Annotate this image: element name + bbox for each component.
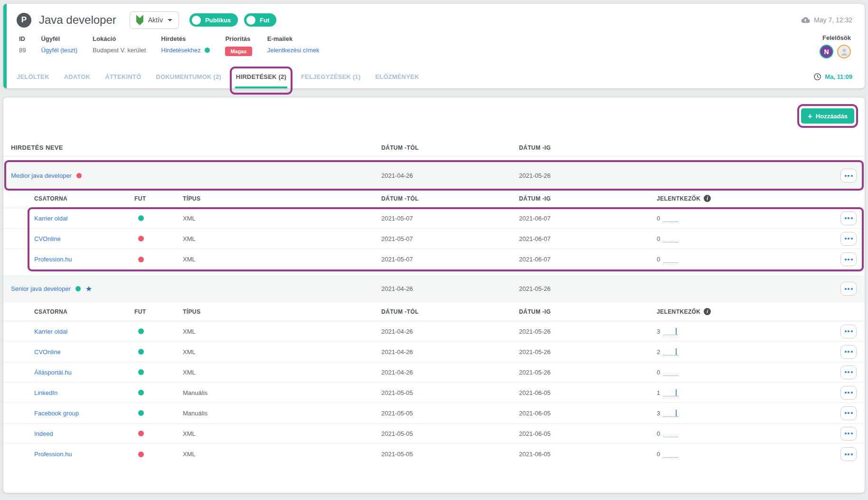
avatar[interactable] bbox=[837, 45, 851, 58]
channel-date-from: 2021-04-26 bbox=[381, 348, 519, 356]
info-icon[interactable]: i bbox=[704, 195, 711, 202]
channel-date-to: 2021-06-07 bbox=[519, 256, 657, 263]
applicants-sparkline bbox=[663, 369, 678, 376]
info-value: Hirdetésekhez bbox=[161, 47, 210, 54]
applicants-cell: 0 bbox=[657, 235, 832, 242]
more-dot bbox=[851, 217, 853, 219]
tab-el-zm-nyek[interactable]: ELŐZMÉNYEK bbox=[375, 65, 419, 88]
ad-section: Medior java developer2021-04-262021-05-2… bbox=[3, 162, 865, 269]
tab-feljegyz-sek-1-[interactable]: FELJEGYZÉSEK (1) bbox=[301, 65, 360, 88]
channel-name-cell: Állásportál.hu bbox=[34, 369, 131, 376]
accent-bar bbox=[3, 4, 7, 88]
applicants-sparkline bbox=[663, 389, 678, 396]
more-actions-button[interactable] bbox=[840, 427, 857, 441]
channel-link[interactable]: CVOnline bbox=[34, 235, 61, 242]
tab-adatok[interactable]: ADATOK bbox=[64, 65, 91, 88]
ad-name-link[interactable]: Medior java developer bbox=[11, 172, 72, 179]
more-actions-button[interactable] bbox=[840, 282, 857, 296]
info-icon[interactable]: i bbox=[704, 308, 711, 315]
status-dot-green bbox=[138, 369, 144, 375]
more-dot bbox=[845, 453, 847, 455]
info-link[interactable]: Ügyfél (teszt) bbox=[41, 47, 77, 54]
more-actions-button[interactable] bbox=[840, 325, 857, 338]
channel-name-cell: LinkedIn bbox=[34, 389, 131, 396]
channel-link[interactable]: Karrier oldal bbox=[34, 215, 67, 222]
applicants-cell: 2 bbox=[657, 348, 832, 356]
add-button[interactable]: + Hozzáadás bbox=[801, 108, 854, 124]
channel-running-cell bbox=[131, 410, 183, 416]
status-dot-red bbox=[138, 236, 144, 241]
more-actions-button[interactable] bbox=[840, 232, 857, 246]
avatar[interactable]: N bbox=[820, 45, 833, 58]
ad-section: Senior java developer★2021-04-262021-05-… bbox=[3, 275, 865, 464]
tab-jel-ltek[interactable]: JELÖLTEK bbox=[17, 65, 49, 88]
toggle-fut[interactable]: Fut bbox=[244, 13, 276, 27]
info-link[interactable]: Jelentkezési címek bbox=[267, 47, 320, 54]
tab-hirdet-sek-2-[interactable]: HIRDETÉSEK (2) bbox=[236, 65, 286, 88]
tab--ttekint-[interactable]: ÁTTEKINTŐ bbox=[105, 65, 141, 88]
ads-table: HIRDETÉS NEVE DÁTUM -TÓL DÁTUM -IG Medio… bbox=[3, 139, 865, 464]
status-dot-green bbox=[205, 48, 210, 53]
channel-running-cell bbox=[131, 257, 183, 262]
channel-link[interactable]: Indeed bbox=[34, 430, 53, 437]
channels-header: CSATORNAFUTTÍPUSDÁTUM -TÓLDÁTUM -IGJELEN… bbox=[3, 189, 865, 208]
applicants-count: 2 bbox=[657, 348, 660, 356]
col-header-applicants: JELENTKEZŐKi bbox=[657, 308, 832, 315]
more-actions-button[interactable] bbox=[840, 212, 857, 225]
info-text: 89 bbox=[19, 47, 26, 54]
channel-link[interactable]: Profession.hu bbox=[34, 451, 72, 458]
toggle-publikus[interactable]: Publikus bbox=[189, 13, 238, 27]
saved-timestamp: May 7, 12:32 bbox=[801, 16, 852, 24]
tab-dokumentumok-2-[interactable]: DOKUMENTUMOK (2) bbox=[156, 65, 221, 88]
channel-date-from: 2021-05-07 bbox=[381, 256, 519, 263]
more-actions-button[interactable] bbox=[840, 252, 857, 266]
ad-name-link[interactable]: Senior java developer bbox=[11, 285, 71, 292]
channel-type: XML bbox=[183, 215, 381, 222]
channel-link[interactable]: CVOnline bbox=[34, 348, 61, 356]
more-actions-button[interactable] bbox=[840, 169, 857, 183]
more-dot bbox=[848, 259, 849, 260]
star-icon: ★ bbox=[85, 285, 92, 293]
priority-badge: Magas bbox=[225, 47, 252, 56]
more-dot bbox=[848, 288, 849, 290]
channel-link[interactable]: Állásportál.hu bbox=[34, 369, 72, 376]
status-dropdown[interactable]: Aktív bbox=[130, 11, 179, 29]
channel-date-to: 2021-06-05 bbox=[519, 410, 657, 417]
channel-type: XML bbox=[183, 369, 381, 376]
channel-link[interactable]: Profession.hu bbox=[34, 256, 72, 263]
more-dot bbox=[848, 238, 849, 240]
channel-link[interactable]: LinkedIn bbox=[34, 389, 57, 396]
channel-link[interactable]: Karrier oldal bbox=[34, 328, 67, 335]
title-row: P Java developer Aktív Publikus Fut May … bbox=[17, 10, 852, 29]
more-dot bbox=[845, 433, 847, 434]
more-actions-button[interactable] bbox=[840, 406, 857, 420]
ad-name-cell: Senior java developer★ bbox=[3, 285, 381, 293]
more-actions-button[interactable] bbox=[840, 365, 857, 379]
col-header-to: DÁTUM -IG bbox=[519, 308, 657, 315]
channel-row: Karrier oldalXML2021-04-262021-05-263 bbox=[3, 321, 865, 342]
more-actions-button[interactable] bbox=[840, 447, 857, 461]
info-link[interactable]: Hirdetésekhez bbox=[161, 47, 200, 54]
col-header-from: DÁTUM -TÓL bbox=[381, 144, 519, 151]
col-header-from: DÁTUM -TÓL bbox=[381, 195, 519, 202]
channel-name-cell: Indeed bbox=[34, 430, 131, 437]
more-dot bbox=[845, 175, 847, 177]
channel-link[interactable]: Facebook group bbox=[34, 410, 79, 417]
info-label: Prioritás bbox=[225, 35, 252, 42]
col-header-from: DÁTUM -TÓL bbox=[381, 308, 519, 315]
channel-running-cell bbox=[131, 369, 183, 375]
more-actions-button[interactable] bbox=[840, 345, 857, 359]
channel-name-cell: CVOnline bbox=[34, 235, 131, 242]
more-actions-button[interactable] bbox=[840, 386, 857, 400]
col-header-to: DÁTUM -IG bbox=[519, 144, 657, 151]
info-label: Hirdetés bbox=[161, 35, 210, 42]
more-dot bbox=[851, 330, 853, 332]
toggle-knob bbox=[192, 16, 201, 25]
channel-running-cell bbox=[131, 452, 183, 457]
channel-running-cell bbox=[131, 349, 183, 355]
channel-type: XML bbox=[183, 451, 381, 458]
status-dot-green bbox=[138, 410, 144, 416]
col-header-type: TÍPUS bbox=[183, 195, 381, 202]
applicants-sparkline bbox=[663, 328, 678, 335]
info-col-ügyfél: ÜgyfélÜgyfél (teszt) bbox=[41, 35, 77, 56]
